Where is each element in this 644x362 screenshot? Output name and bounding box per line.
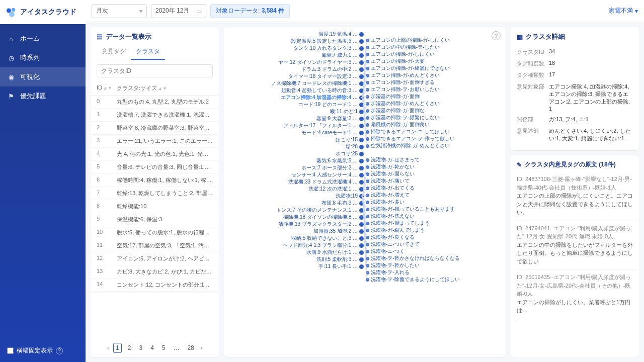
page-number[interactable]: 5	[160, 343, 168, 352]
dataset-selector[interactable]: 家電不満 ▾	[609, 7, 638, 15]
cluster-node[interactable]: タンク:10 入れるタンク:3 …	[293, 45, 364, 51]
cluster-node[interactable]: 洗濯:12 次の洗濯:1 …	[308, 186, 364, 192]
cluster-node[interactable]: 加湿器:35 加湿:2 …	[313, 228, 364, 234]
table-row[interactable]: 11空気:17, 部屋の空気:3, 「空気:1, 汚…	[91, 239, 219, 252]
period-select[interactable]: 月次 ▾	[92, 4, 147, 18]
opinion-node[interactable]: エアコンの中の掃除-ヲ-したい	[366, 44, 440, 50]
opinion-node[interactable]: 洗濯物-ヲ-乾かしたい	[366, 262, 420, 268]
tab[interactable]: 意見タグ	[97, 44, 131, 60]
opinion-node[interactable]: 加湿器の掃除-ガ-めんどくさい	[366, 101, 440, 107]
opinion-node[interactable]: 洗濯物-ヲ-除菌できるようにしてほしい	[366, 277, 460, 283]
opinion-node[interactable]: 加湿器の掃除-ヲ-頻繁にしない	[366, 115, 440, 121]
table-row[interactable]: 9保温機能:6, 保温:3	[91, 213, 219, 226]
page-number[interactable]: 28	[186, 343, 196, 352]
cluster-node[interactable]: 垢:28	[346, 144, 364, 150]
help-icon[interactable]: ?	[492, 31, 501, 40]
cluster-node[interactable]: 風量:7 威力:1 …	[321, 52, 364, 58]
cluster-node[interactable]: 清浄機:13 プラズマクラスター:2 …	[278, 221, 364, 227]
table-row[interactable]: 2野菜室:8, 冷蔵庫の野菜室:3, 野菜室…	[91, 122, 219, 135]
opinion-node[interactable]: 加湿器の掃除-ガ-面倒	[366, 94, 420, 100]
table-row[interactable]: 8乾燥機能:10	[91, 200, 219, 213]
table-row[interactable]: 13カビ:8, 大きなカビ:2, かび:1, カビだ…	[91, 265, 219, 279]
cluster-node[interactable]: 温度:19 気温:4 …	[318, 31, 364, 37]
tab[interactable]: クラスタ	[131, 44, 165, 60]
opinion-node[interactable]: 洗濯物-ガ-痛いて	[366, 178, 410, 184]
table-row[interactable]: 3エラー:21, いうエラー:1, このエラー…	[91, 135, 219, 148]
cluster-node[interactable]: ホコリ:25	[336, 151, 364, 157]
cluster-node[interactable]: ヤー:12 ダイソンのドライヤー:3 …	[278, 59, 364, 65]
cluster-node[interactable]: 掃除機:18 ダイソンの掃除機:8 …	[283, 214, 364, 220]
cluster-node[interactable]: センサー:4 人感センサー:4 …	[291, 172, 364, 178]
opinion-node[interactable]: エアコンの掃除-ガ-大変	[366, 58, 425, 64]
cluster-id-filter[interactable]	[97, 64, 213, 77]
opinion-node[interactable]: 洗濯物-ガ-残っていることもあります	[366, 206, 455, 212]
opinion-node[interactable]: 掃除できるエアコン-ニ-してほしい	[366, 129, 450, 135]
cluster-node[interactable]: 容量:9 大容量:2 …	[316, 116, 364, 122]
opinion-node[interactable]: 洗濯物-ガ-多い	[366, 199, 405, 205]
opinion-node[interactable]: 洗濯物-ニ-つく	[366, 248, 405, 254]
opinion-node[interactable]: エアコン掃除-ガ-めんどくさい	[366, 72, 440, 78]
cluster-node[interactable]: 布団:8 毛布:3 …	[321, 200, 364, 206]
cluster-node[interactable]: 蒸気:6 水蒸気:5 …	[316, 158, 364, 164]
cluster-node[interactable]: 起動音:4 起動している時の音:3 …	[281, 87, 364, 94]
cluster-node[interactable]: 手:11 長い手:1 …	[318, 263, 364, 269]
opinion-node[interactable]: 洗濯物-ニ-ついてきて	[366, 241, 420, 247]
cluster-node[interactable]: 洗濯機:33 ドラム式洗濯機:4 …	[288, 179, 364, 185]
opinion-node[interactable]: エアコンの掃除-ガ-綺麗にできない	[366, 65, 450, 71]
cluster-node[interactable]: トンス:7 その後のメンテナンス:1 …	[276, 207, 364, 213]
sort-icon[interactable]: ▲▼	[103, 85, 112, 90]
opinion-node[interactable]: 洗濯物-ガ-増えて	[366, 192, 410, 198]
opinion-node[interactable]: 洗濯物-ヲ-乾かさなければならなくなる	[366, 255, 460, 261]
cluster-node[interactable]: コード:19 どのコード:1 …	[298, 102, 364, 108]
cluster-node[interactable]: ほこり:15	[336, 137, 364, 143]
opinion-node[interactable]: 洗濯物-ガ-溜まってしまう	[366, 220, 430, 226]
table-row[interactable]: 5音量:6, テレビの音量:3, 同じ音量:1,…	[91, 161, 219, 174]
table-row[interactable]: 1洗濯槽:7, 洗濯できる洗濯機:1, 洗濯…	[91, 109, 219, 122]
opinion-node[interactable]: エアコン掃除-ガ-面倒すぎる	[366, 79, 435, 85]
cluster-node[interactable]: ヘッド部分:4 1:3 ブラシ部分:1 …	[283, 242, 364, 248]
table-row[interactable]: 0丸型のもの:4, 丸型:2, 丸型のモデル:2	[91, 96, 219, 109]
cluster-node[interactable]: ホース:7 ホース部分:2 …	[301, 165, 364, 171]
page-number[interactable]: 4	[148, 343, 156, 352]
opinion-node[interactable]: 洗濯物-ガ-出てくる	[366, 185, 415, 191]
page-prev[interactable]: ‹	[107, 344, 109, 351]
opinion-node[interactable]: 洗濯物-ガ-縮んでしまう	[366, 227, 425, 233]
nav-item-home[interactable]: ⌂ホーム	[0, 29, 86, 48]
page-number[interactable]: 1	[113, 343, 122, 353]
opinion-node[interactable]: エアコン掃除-ヲ-お願いしたい	[366, 86, 440, 93]
cluster-node[interactable]: 設定温度:5 設定した温度:3 …	[291, 38, 364, 44]
original-item[interactable]: ID: 25019435--エアコン-"利用/購入頻度が減った"-12月-女-広…	[517, 270, 637, 319]
original-item[interactable]: ID: 24837108-三菱-霧ヶ峰-"影響なし"-12月-男-福井県-40代…	[517, 172, 637, 221]
opinion-node[interactable]: 扇風機の掃除-ガ-面倒良い	[366, 122, 430, 128]
original-item[interactable]: ID: 24794041--エアコン-"利用/購入頻度が減った"-12月-女-愛…	[517, 221, 637, 270]
cluster-node[interactable]: 収納:5 収納できないこと:3 …	[291, 235, 364, 241]
help-icon[interactable]: ?	[56, 347, 63, 354]
opinion-node[interactable]: 洗濯物-ガ-固らない	[366, 171, 415, 177]
cluster-node[interactable]: ドラム:3 ドラムの中:2 …	[301, 66, 364, 72]
opinion-node[interactable]: エアコンの掃除-ガ-しにくい	[366, 51, 435, 57]
cluster-node[interactable]: ノス掃除機:7 コードレスの掃除機:1 …	[271, 80, 364, 86]
nav-item-clock[interactable]: ◷時系列	[0, 48, 86, 67]
cluster-node[interactable]: 洗濯物:19	[336, 193, 364, 199]
cluster-node[interactable]: フィルター:17 『フィルター:1 …	[283, 123, 364, 129]
page-number[interactable]: 3	[137, 343, 144, 352]
opinion-node[interactable]: 加湿器の掃除-ガ-面倒な	[366, 108, 425, 114]
cluster-node[interactable]: 洗剤:5 柔軟剤:3 …	[316, 256, 364, 262]
cluster-node[interactable]: エアコン掃除:4 加湿器の掃除:4 …	[281, 95, 364, 101]
opinion-node[interactable]: 洗濯物-ガ-乾かない	[366, 164, 415, 170]
opinion-node[interactable]: 掃除できるエアコン-ヲ-作って欲しい	[366, 136, 455, 142]
opinion-node[interactable]: 洗濯物-ガ-はさまって	[366, 157, 420, 163]
cluster-node[interactable]: 喉:11 のど:1	[330, 109, 364, 115]
table-row[interactable]: 12アイロン:5, アイロンがけ:2, ヘアビ…	[91, 252, 219, 265]
page-next[interactable]: ›	[200, 344, 202, 351]
cluster-node[interactable]: 水滴:9 水滴だらけ:1 …	[306, 249, 364, 255]
sort-icon[interactable]: ▲▼	[158, 86, 167, 91]
page-number[interactable]: 2	[126, 343, 133, 352]
fixed-width-checkbox[interactable]	[7, 347, 14, 354]
opinion-node[interactable]: エアコンの上部の掃除-ガ-しにくい	[366, 37, 450, 43]
table-row[interactable]: 7乾燥:13, 乾燥してしまうこと:2, 部屋…	[91, 187, 219, 200]
opinion-node[interactable]: 洗濯物-ガ-良くなる	[366, 234, 415, 240]
table-row[interactable]: 4光:4, 何の光:1, 光の色:1, 光色:1, 光色…	[91, 148, 219, 161]
table-row[interactable]: 6稼働時間:4, 稼働:1, 稼働しない:1, 稼…	[91, 174, 219, 187]
table-row[interactable]: 14コンセント:12, コンセントの部分:1…	[91, 279, 219, 292]
